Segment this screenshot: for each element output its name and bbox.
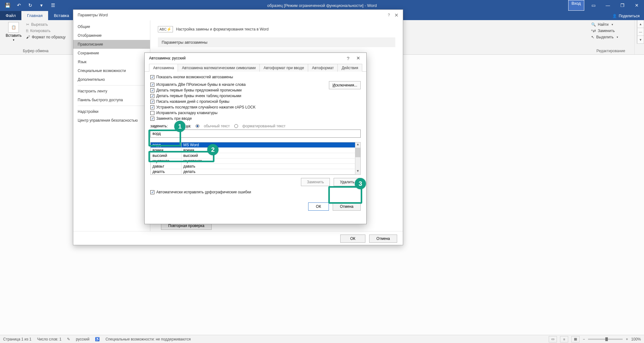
highlight-3	[328, 186, 362, 204]
close-icon[interactable]: ✕	[394, 12, 398, 18]
replace-button[interactable]: ᵃ⇄Заменить	[591, 28, 619, 33]
table-row[interactable]: деалтьделать	[151, 169, 360, 174]
autocorrect-header: Автозамена: русский ? ✕	[145, 53, 366, 64]
checkbox-row[interactable]: Писать названия дней с прописной буквы	[150, 99, 361, 104]
options-sidebar-item[interactable]: Панель быстрого доступа	[73, 96, 150, 104]
replace-button[interactable]: Заменить	[301, 178, 330, 186]
checkbox-row[interactable]: Исправлять раскладку клавиатуры	[150, 110, 361, 116]
cursor-icon: ↖	[591, 35, 594, 39]
checkbox-row[interactable]: Заменять при вводе	[150, 116, 361, 121]
options-headline-label: Настройка замены и форматирования текста…	[176, 27, 269, 31]
select-label: Выделить	[596, 35, 613, 39]
minimize-icon[interactable]: —	[601, 0, 615, 11]
help-icon[interactable]: ?	[343, 56, 353, 61]
nav-up-icon[interactable]: ▲	[637, 20, 644, 28]
checkbox-row[interactable]: Делать первые буквы предложений прописны…	[150, 87, 329, 93]
checkbox-label: Делать первые буквы предложений прописны…	[156, 88, 242, 92]
options-sidebar-item[interactable]: Специальные возможности	[73, 66, 150, 75]
share-button[interactable]: 👤 Поделиться	[608, 12, 644, 20]
tab-file[interactable]: Файл	[0, 11, 21, 20]
nav-mid-icon[interactable]: —	[637, 28, 644, 36]
status-page[interactable]: Страница 1 из 1	[3, 337, 31, 341]
status-words[interactable]: Число слов: 1	[37, 337, 61, 341]
options-ok-button[interactable]: ОК	[340, 235, 365, 243]
autocorrect-tab[interactable]: Автоформат при вводе	[259, 64, 308, 72]
scrollbar[interactable]: ▲ ▼	[355, 142, 360, 174]
checkbox-row[interactable]: Устранять последствия случайного нажатия…	[150, 104, 361, 110]
brush-icon: 🖌	[26, 35, 30, 39]
status-proofing-icon[interactable]: ✎	[67, 337, 70, 341]
zoom-level[interactable]: 100%	[631, 337, 641, 341]
restore-icon[interactable]: ❐	[615, 0, 630, 11]
options-sidebar-item[interactable]: Правописание	[73, 40, 150, 49]
options-sidebar-item[interactable]: Настроить ленту	[73, 87, 150, 96]
ok-button[interactable]: ОК	[308, 202, 329, 211]
options-sidebar-item[interactable]: Центр управления безопасностью	[73, 116, 150, 125]
scroll-thumb[interactable]	[355, 148, 360, 157]
title-bar: 💾 ↶ ↻ ▾ ☰ образец [Режим ограниченной фу…	[0, 0, 644, 11]
accessibility-icon: ♿	[95, 337, 100, 341]
autocorrect-tab[interactable]: Автозамена математическими символами	[178, 64, 260, 72]
options-sidebar-item[interactable]: Язык	[73, 58, 150, 66]
zoom-out-icon[interactable]: −	[583, 337, 585, 341]
options-cancel-button[interactable]: Отмена	[369, 235, 397, 243]
copy-button[interactable]: ⎘Копировать	[25, 28, 66, 33]
status-accessibility[interactable]: Специальные возможности: не поддерживают…	[105, 337, 191, 341]
table-row[interactable]: вордMS Word	[151, 142, 360, 148]
options-sidebar-item[interactable]: Надстройки	[73, 107, 150, 116]
options-sidebar-item[interactable]: Дополнительно	[73, 75, 150, 84]
paste-icon: 📋	[8, 22, 19, 33]
close-icon[interactable]: ✕	[353, 55, 363, 61]
close-icon[interactable]: ✕	[630, 0, 644, 11]
checkbox-row[interactable]: Показать кнопки возможностей автозамены	[150, 74, 361, 80]
scroll-down-icon[interactable]: ▼	[355, 169, 360, 174]
replace-icon: ᵃ⇄	[591, 29, 596, 33]
redo-icon[interactable]: ↻	[26, 1, 35, 10]
chevron-down-icon: ▾	[612, 23, 613, 26]
radio-formatted-text[interactable]	[234, 124, 238, 128]
tab-home[interactable]: Главная	[21, 11, 48, 20]
format-painter-button[interactable]: 🖌Формат по образцу	[25, 35, 66, 40]
nav-down-icon[interactable]: ▼	[637, 36, 644, 44]
checkbox-label: Делать первые буквы ячеек таблиц прописн…	[156, 94, 241, 98]
checkbox-icon	[150, 190, 154, 194]
options-sidebar-item[interactable]: Сохранение	[73, 49, 150, 58]
customize-qat-icon[interactable]: ▾	[37, 1, 46, 10]
share-icon: 👤	[612, 14, 617, 18]
zoom-slider[interactable]	[588, 339, 623, 340]
autocorrect-tab[interactable]: Автоформат	[308, 64, 338, 72]
tab-insert[interactable]: Вставка	[48, 11, 75, 20]
radio-plain-text[interactable]	[196, 124, 199, 128]
scroll-up-icon[interactable]: ▲	[355, 142, 360, 148]
with-input[interactable]	[180, 130, 361, 138]
cut-button[interactable]: ✂Вырезать	[25, 22, 66, 27]
autocorrect-tab[interactable]: Автозамена	[149, 64, 178, 72]
table-row[interactable]: даваьтдавать	[151, 164, 360, 169]
ribbon-display-options-icon[interactable]: ▭	[586, 0, 601, 11]
options-sidebar-item[interactable]: Общие	[73, 22, 150, 31]
login-button[interactable]: Вход	[568, 0, 584, 11]
exceptions-button[interactable]: Исключения...	[329, 81, 361, 89]
view-read-icon[interactable]: ▭	[549, 336, 557, 342]
autocorrect-tab[interactable]: Действия	[337, 64, 362, 72]
checkbox-row[interactable]: Исправлять ДВе ПРописные буквы в начале …	[150, 82, 329, 87]
checkbox-row[interactable]: Делать первые буквы ячеек таблиц прописн…	[150, 93, 361, 99]
view-print-icon[interactable]: ≡	[560, 336, 568, 342]
find-button[interactable]: 🔍Найти▾	[591, 22, 619, 27]
copy-icon: ⎘	[26, 29, 28, 33]
copy-label: Копировать	[30, 29, 51, 33]
select-button[interactable]: ↖Выделить▾	[591, 35, 619, 40]
help-icon[interactable]: ?	[388, 13, 390, 17]
save-icon[interactable]: 💾	[3, 1, 12, 10]
checkbox-label: Показать кнопки возможностей автозамены	[156, 75, 233, 79]
touch-mode-icon[interactable]: ☰	[48, 1, 57, 10]
zoom-in-icon[interactable]: +	[626, 337, 628, 341]
options-sidebar-item[interactable]: Отображение	[73, 31, 150, 40]
status-language[interactable]: русский	[76, 337, 89, 341]
paste-label: Вставить	[6, 33, 22, 38]
view-web-icon[interactable]: ▦	[571, 336, 580, 342]
undo-icon[interactable]: ↶	[14, 1, 23, 10]
paste-button[interactable]: 📋 Вставить ▾	[3, 21, 24, 42]
checkbox-icon	[150, 88, 154, 92]
highlight-2	[148, 151, 214, 162]
